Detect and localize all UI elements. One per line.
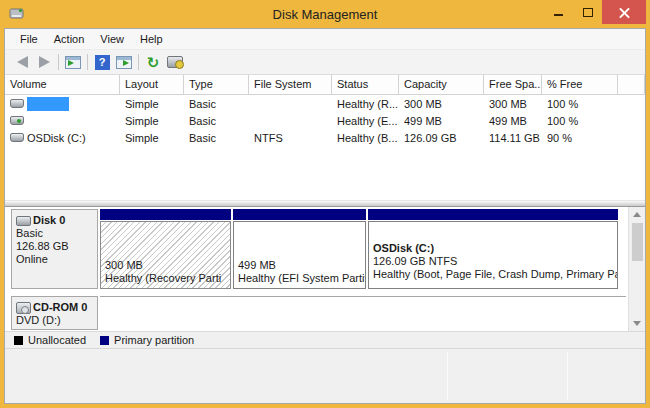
help-icon: ? bbox=[95, 55, 110, 70]
forward-icon bbox=[39, 56, 50, 68]
column-header-file-system[interactable]: File System bbox=[249, 75, 332, 94]
column-header-pct-free[interactable]: % Free bbox=[542, 75, 618, 94]
pane-splitter[interactable] bbox=[5, 200, 645, 207]
volume-icon bbox=[10, 116, 24, 125]
menu-help[interactable]: Help bbox=[132, 31, 171, 47]
cell-free-space: 114.11 GB bbox=[484, 132, 542, 144]
close-icon bbox=[619, 7, 630, 18]
partition-size: 499 MB bbox=[238, 259, 362, 272]
refresh-button[interactable]: ↻ bbox=[142, 52, 164, 72]
disk-status: Online bbox=[16, 253, 95, 266]
partition-name: OSDisk (C:) bbox=[373, 242, 614, 255]
cell-pct-free: 100 % bbox=[542, 115, 618, 127]
cell-pct-free: 100 % bbox=[542, 98, 618, 110]
toolbar-separator bbox=[87, 54, 88, 70]
action-pane-icon bbox=[116, 56, 132, 69]
vertical-scrollbar[interactable] bbox=[628, 207, 645, 331]
back-button[interactable] bbox=[11, 52, 33, 72]
toolbar-separator bbox=[58, 54, 59, 70]
menu-action[interactable]: Action bbox=[46, 31, 93, 47]
cell-type: Basic bbox=[184, 132, 249, 144]
cell-type: Basic bbox=[184, 98, 249, 110]
status-bar-divider bbox=[567, 352, 568, 400]
menu-view[interactable]: View bbox=[92, 31, 132, 47]
volume-list: Volume Layout Type File System Status Ca… bbox=[5, 75, 645, 200]
cdrom-0-label[interactable]: CD-ROM 0 DVD (D:) bbox=[11, 296, 98, 330]
scroll-down-button[interactable] bbox=[629, 316, 645, 331]
close-button[interactable] bbox=[602, 0, 646, 24]
cell-status: Healthy (B... bbox=[332, 132, 399, 144]
help-button[interactable]: ? bbox=[91, 52, 113, 72]
menu-bar: File Action View Help bbox=[5, 29, 645, 50]
show-console-tree-button[interactable] bbox=[62, 52, 84, 72]
show-action-pane-button[interactable] bbox=[113, 52, 135, 72]
minimize-button[interactable] bbox=[544, 0, 573, 22]
cell-type: Basic bbox=[184, 115, 249, 127]
column-header-type[interactable]: Type bbox=[184, 75, 249, 94]
cdrom-name: CD-ROM 0 bbox=[33, 301, 87, 314]
primary-partition-swatch-icon bbox=[100, 336, 109, 345]
legend-label: Primary partition bbox=[114, 334, 194, 346]
partition-osdisk[interactable]: OSDisk (C:) 126.09 GB NTFS Healthy (Boot… bbox=[368, 209, 618, 289]
forward-button[interactable] bbox=[33, 52, 55, 72]
partition-status: Healthy (EFI System Partit bbox=[238, 272, 362, 285]
toolbar-separator bbox=[138, 54, 139, 70]
cell-layout: Simple bbox=[120, 98, 184, 110]
cell-pct-free: 90 % bbox=[542, 132, 618, 144]
refresh-icon: ↻ bbox=[147, 55, 160, 70]
partition-recovery[interactable]: 300 MB Healthy (Recovery Parti bbox=[100, 209, 231, 289]
cdrom-media-area[interactable] bbox=[100, 296, 626, 330]
column-header-volume[interactable]: Volume bbox=[5, 75, 120, 94]
scroll-up-button[interactable] bbox=[629, 207, 645, 222]
volume-name: OSDisk (C:) bbox=[27, 132, 86, 144]
volume-row-recovery[interactable]: Simple Basic Healthy (R... 300 MB 300 MB… bbox=[5, 95, 645, 112]
volume-icon bbox=[10, 133, 24, 142]
cell-file-system: NTFS bbox=[249, 132, 332, 144]
partition-color-bar bbox=[233, 209, 366, 220]
partition-color-bar bbox=[100, 209, 231, 220]
partition-color-bar bbox=[368, 209, 618, 220]
partition-size: 300 MB bbox=[105, 259, 227, 272]
disk-name: Disk 0 bbox=[33, 214, 65, 227]
volume-row-efi[interactable]: Simple Basic Healthy (E... 499 MB 499 MB… bbox=[5, 112, 645, 129]
menu-file[interactable]: File bbox=[12, 31, 46, 47]
console-tree-icon bbox=[65, 56, 81, 69]
title-bar[interactable]: Disk Management bbox=[4, 0, 646, 28]
cdrom-0-row: CD-ROM 0 DVD (D:) bbox=[11, 296, 626, 330]
disk-0-label[interactable]: Disk 0 Basic 126.88 GB Online bbox=[11, 209, 98, 289]
cell-status: Healthy (E... bbox=[332, 115, 399, 127]
disk-icon bbox=[16, 216, 31, 226]
disk-management-window: Disk Management File Action View Help ? … bbox=[0, 0, 650, 408]
column-header-layout[interactable]: Layout bbox=[120, 75, 184, 94]
unallocated-swatch-icon bbox=[14, 336, 23, 345]
maximize-button[interactable] bbox=[573, 0, 602, 22]
legend-unallocated: Unallocated bbox=[14, 334, 86, 346]
volume-icon bbox=[10, 99, 24, 108]
legend-primary-partition: Primary partition bbox=[100, 334, 194, 346]
legend-label: Unallocated bbox=[28, 334, 86, 346]
partition-efi[interactable]: 499 MB Healthy (EFI System Partit bbox=[233, 209, 366, 289]
disk-0-partitions: 300 MB Healthy (Recovery Parti 499 MB He… bbox=[100, 209, 618, 289]
disk-graph-area: Disk 0 Basic 126.88 GB Online 300 MB Hea… bbox=[5, 207, 628, 331]
rescan-disks-button[interactable] bbox=[164, 52, 186, 72]
partition-size: 126.09 GB NTFS bbox=[373, 255, 614, 268]
disk-type: Basic bbox=[16, 227, 95, 240]
selection-highlight bbox=[27, 97, 69, 111]
disk-size: 126.88 GB bbox=[16, 240, 95, 253]
cdrom-icon bbox=[16, 302, 31, 314]
column-header-capacity[interactable]: Capacity bbox=[399, 75, 484, 94]
volume-row-osdisk[interactable]: OSDisk (C:) Simple Basic NTFS Healthy (B… bbox=[5, 129, 645, 146]
cell-free-space: 499 MB bbox=[484, 115, 542, 127]
back-icon bbox=[17, 56, 28, 68]
cdrom-media: DVD (D:) bbox=[16, 314, 95, 327]
window-controls bbox=[544, 0, 646, 28]
status-bar-divider bbox=[447, 352, 448, 400]
column-header-status[interactable]: Status bbox=[332, 75, 399, 94]
cell-free-space: 300 MB bbox=[484, 98, 542, 110]
cell-layout: Simple bbox=[120, 115, 184, 127]
column-header-free-space[interactable]: Free Spa... bbox=[484, 75, 542, 94]
graphical-view: Disk 0 Basic 126.88 GB Online 300 MB Hea… bbox=[5, 207, 645, 331]
partition-status: Healthy (Recovery Parti bbox=[105, 272, 227, 285]
column-header-filler bbox=[618, 75, 645, 94]
scrollbar-thumb[interactable] bbox=[632, 223, 643, 261]
